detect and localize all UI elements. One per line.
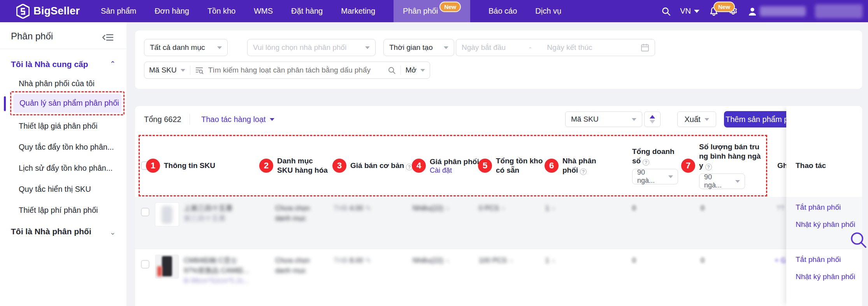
- distribution-price[interactable]: Nhiều(22): [413, 255, 449, 265]
- available-stock[interactable]: 100 PCS: [479, 255, 512, 265]
- distribution-log-link[interactable]: Nhật ký phân phối: [796, 220, 855, 229]
- row-checkbox[interactable]: [141, 208, 149, 216]
- nav-item-marketing[interactable]: Marketing: [341, 0, 375, 22]
- nav-item-wms[interactable]: WMS: [254, 0, 273, 22]
- nav-item-products[interactable]: Sản phẩm: [101, 0, 136, 22]
- sidebar-item-distribution-fee[interactable]: Thiết lập phí phân phối: [19, 206, 98, 215]
- sort-direction-toggle[interactable]: [644, 111, 661, 127]
- nav-item-distribution-label: Phân phối: [403, 7, 438, 16]
- row-checkbox[interactable]: [141, 260, 149, 269]
- language-selector[interactable]: VN: [680, 7, 699, 16]
- nav-right-tools: VN New: [661, 0, 863, 22]
- brand-name: BigSeller: [33, 5, 80, 17]
- distributor-count[interactable]: 1: [545, 203, 555, 213]
- add-note-link[interactable]: + Ghi: [775, 255, 786, 265]
- expand-filters-button[interactable]: Mở: [406, 66, 425, 74]
- total-sales-value: 0: [632, 203, 636, 213]
- distributor-filter-select[interactable]: Vui lòng chọn nhà phân phối: [247, 39, 376, 56]
- new-badge: New: [439, 2, 461, 12]
- base-price[interactable]: THB 4.00: [334, 203, 371, 214]
- collapse-sidebar-icon[interactable]: [102, 32, 114, 42]
- avg-daily-value: 0: [701, 255, 705, 265]
- bulk-actions-dropdown[interactable]: Thao tác hàng loạt: [201, 115, 274, 124]
- notifications-button[interactable]: New: [709, 6, 719, 16]
- account-action-redacted[interactable]: [815, 4, 863, 18]
- calendar-icon: [641, 43, 649, 52]
- sort-field-select[interactable]: Mã SKU: [565, 111, 642, 127]
- disable-distribution-link[interactable]: Tắt phân phối: [796, 203, 841, 212]
- nav-item-purchasing[interactable]: Đặt hàng: [291, 0, 323, 22]
- note-value[interactable]: ??: [777, 203, 786, 213]
- expand-arrow-icon: [443, 256, 449, 264]
- expand-arrow-icon: [443, 204, 449, 212]
- category-filter-select[interactable]: Tất cả danh mục: [144, 39, 228, 56]
- sidebar-item-stock-push-rules[interactable]: Quy tắc đẩy tồn kho phân...: [19, 143, 114, 152]
- sort-desc-icon: [650, 120, 655, 124]
- nav-item-reports[interactable]: Báo cáo: [488, 0, 517, 22]
- divider: [190, 65, 190, 75]
- chevron-down-icon: [365, 46, 370, 49]
- nav-menu: Sản phẩm Đơn hàng Tồn kho WMS Đặt hàng M…: [101, 0, 561, 22]
- search-field-select[interactable]: Mã SKU: [149, 66, 185, 74]
- divider: [190, 114, 190, 125]
- sidebar-item-stock-push-history[interactable]: Lịch sử đẩy tồn kho phân...: [19, 164, 112, 173]
- chevron-down-icon: [705, 118, 709, 121]
- expand-arrow-icon: [507, 256, 512, 264]
- time-type-select[interactable]: Thời gian tạo: [383, 39, 454, 56]
- product-title[interactable]: CM84棕榈 C货士 97%背惠品 CAM棕... B-98cm*52cm*5.…: [184, 255, 275, 286]
- actions-row-segment: Tắt phân phối Nhật ký phân phối: [786, 249, 862, 306]
- tutorial-highlight-header-box: [139, 135, 767, 196]
- sort-field-value: Mã SKU: [571, 115, 628, 124]
- total-count: Tổng 6622: [144, 115, 181, 124]
- date-range-picker[interactable]: Ngày bắt đầu - Ngày kết thúc: [456, 39, 655, 56]
- product-table-card: Tổng 6622 Thao tác hàng loạt Mã SKU Xuất…: [135, 106, 862, 306]
- sidebar-item-distribution-price[interactable]: Thiết lập giá phân phối: [19, 122, 97, 131]
- sidebar-section-supplier[interactable]: Tôi là Nhà cung cấp: [11, 60, 88, 69]
- batch-search-icon[interactable]: [195, 66, 204, 74]
- search-icon[interactable]: [388, 66, 396, 74]
- table-row[interactable]: 上第三四十五番 第三四十五番 Chưa chọn danh mục THB 4.…: [135, 197, 862, 249]
- product-title[interactable]: 上第三四十五番 第三四十五番: [184, 203, 273, 223]
- time-type-value: Thời gian tạo: [389, 43, 440, 52]
- chevron-down-icon: [270, 118, 274, 121]
- user-account[interactable]: [747, 6, 806, 16]
- edit-price-icon[interactable]: [363, 204, 371, 212]
- sidebar-item-my-distributors[interactable]: Nhà phân phối của tôi: [19, 79, 95, 88]
- bigseller-logo[interactable]: BigSeller: [16, 0, 80, 22]
- distributor-count[interactable]: 1: [545, 255, 555, 265]
- product-category: Chưa chọn danh mục: [275, 255, 310, 276]
- sidebar-title: Phân phối: [11, 31, 53, 42]
- floating-search-icon[interactable]: [849, 231, 868, 249]
- export-label: Xuất: [684, 115, 700, 124]
- chevron-down-icon[interactable]: ⌄: [110, 228, 116, 237]
- expand-arrow-icon: [499, 204, 504, 212]
- chevron-down-icon: [181, 69, 185, 72]
- nav-item-orders[interactable]: Đơn hàng: [155, 0, 189, 22]
- edit-price-icon[interactable]: [363, 256, 371, 264]
- distribution-log-link[interactable]: Nhật ký phân phối: [796, 272, 855, 281]
- date-end-placeholder: Ngày kết thúc: [547, 43, 641, 52]
- bell-new-badge: New: [713, 2, 735, 12]
- nav-item-services[interactable]: Dịch vụ: [535, 0, 561, 22]
- table-row[interactable]: CM84棕榈 C货士 97%背惠品 CAM棕... B-98cm*52cm*5.…: [135, 249, 862, 306]
- date-start-placeholder: Ngày bắt đầu: [462, 43, 506, 52]
- sort-asc-icon: [650, 115, 655, 119]
- chevron-up-icon[interactable]: ⌃: [110, 60, 116, 68]
- app-window: BigSeller Sản phẩm Đơn hàng Tồn kho WMS …: [0, 0, 868, 306]
- distribution-price[interactable]: Nhiều(22): [413, 203, 449, 213]
- expand-arrow-icon: [549, 256, 555, 264]
- sku-search-input[interactable]: [207, 65, 388, 75]
- sidebar-item-manage-distribution-products[interactable]: Quản lý sản phẩm phân phối: [19, 99, 119, 108]
- username-redacted: [760, 6, 806, 16]
- sidebar-item-sku-display-rules[interactable]: Quy tắc hiển thị SKU: [19, 185, 91, 194]
- available-stock[interactable]: 0 PCS: [479, 203, 504, 213]
- export-button[interactable]: Xuất: [677, 111, 716, 127]
- disable-distribution-link[interactable]: Tắt phân phối: [796, 255, 841, 264]
- chevron-down-icon: [217, 46, 222, 49]
- base-price[interactable]: THB 8.00: [334, 255, 371, 266]
- nav-item-inventory[interactable]: Tồn kho: [207, 0, 235, 22]
- product-image: [155, 202, 179, 226]
- nav-item-distribution[interactable]: Phân phối New: [394, 0, 470, 22]
- search-icon[interactable]: [661, 7, 671, 16]
- sidebar-section-distributor[interactable]: Tôi là Nhà phân phối: [11, 227, 91, 236]
